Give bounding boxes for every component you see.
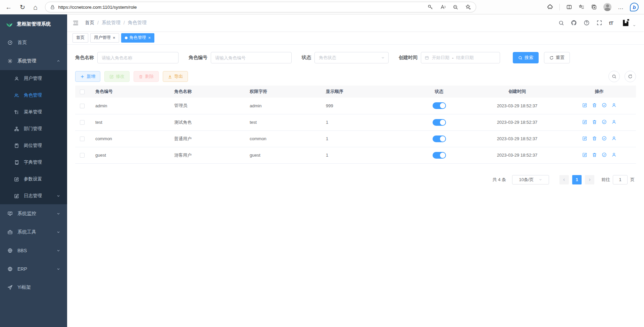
menu-tree-icon xyxy=(14,110,19,115)
browser-more-icon[interactable]: … xyxy=(618,4,624,10)
role-code-input[interactable] xyxy=(211,52,292,63)
assign-user-icon[interactable] xyxy=(611,119,616,124)
goto-page-input[interactable] xyxy=(613,175,628,184)
close-icon[interactable]: × xyxy=(148,36,151,40)
data-scope-icon[interactable] xyxy=(602,136,607,141)
table-header-row: 角色编号 角色名称 权限字符 显示顺序 状态 创建时间 操作 xyxy=(75,86,636,98)
read-aloud-icon[interactable] xyxy=(440,4,446,10)
status-toggle[interactable] xyxy=(433,135,446,142)
delete-row-icon[interactable] xyxy=(592,119,597,124)
add-favorite-star-icon[interactable] xyxy=(465,4,471,10)
status-toggle[interactable] xyxy=(433,119,446,126)
refresh-table-button[interactable] xyxy=(625,71,636,82)
tab-home[interactable]: 首页 xyxy=(72,33,88,43)
header-search-icon[interactable] xyxy=(558,20,564,26)
sidebar-item-erp[interactable]: ERP xyxy=(0,260,67,278)
sidebar-item-menu-mgmt[interactable]: 菜单管理 xyxy=(0,104,67,120)
browser-home-icon[interactable]: ⌂ xyxy=(33,4,38,11)
roles-table: 角色编号 角色名称 权限字符 显示顺序 状态 创建时间 操作 admin 管理员 xyxy=(75,86,636,164)
status-toggle[interactable] xyxy=(433,102,446,109)
add-button[interactable]: 新增 xyxy=(75,71,100,82)
row-checkbox[interactable] xyxy=(80,104,85,108)
close-icon[interactable]: × xyxy=(113,36,115,40)
delete-row-icon[interactable] xyxy=(592,103,597,108)
assign-user-icon[interactable] xyxy=(611,136,616,141)
page-size-select[interactable]: 10条/页 xyxy=(512,175,549,184)
data-scope-icon[interactable] xyxy=(602,119,607,124)
fold-menu-icon[interactable] xyxy=(72,20,79,26)
edit-row-icon[interactable] xyxy=(582,119,587,124)
date-range-picker[interactable]: 开始日期 - 结束日期 xyxy=(421,52,500,63)
tab-role-mgmt[interactable]: 角色管理 × xyxy=(121,33,155,43)
cell-perm-string: test xyxy=(246,114,323,130)
show-search-toggle-button[interactable] xyxy=(608,71,620,82)
select-all-checkbox[interactable] xyxy=(80,90,85,94)
zoom-out-icon[interactable] xyxy=(453,4,458,10)
delete-row-icon[interactable] xyxy=(592,152,597,157)
delete-row-icon[interactable] xyxy=(592,136,597,141)
fullscreen-icon[interactable] xyxy=(596,20,602,26)
sidebar-item-system-monitor[interactable]: 系统监控 xyxy=(0,204,67,223)
text-size-icon[interactable]: tT xyxy=(609,20,613,26)
export-button[interactable]: 导出 xyxy=(163,71,188,82)
assign-user-icon[interactable] xyxy=(611,103,616,108)
sidebar-item-role-mgmt[interactable]: 角色管理 xyxy=(0,87,67,104)
browser-address-bar[interactable]: https://ccnetcore.com:1101/system/role xyxy=(45,2,476,12)
status-select[interactable]: 角色状态 xyxy=(314,52,389,63)
breadcrumb-item-home[interactable]: 首页 xyxy=(85,20,94,26)
url-text: https://ccnetcore.com:1101/system/role xyxy=(58,5,428,10)
gear-icon xyxy=(7,58,13,64)
chevron-down-icon xyxy=(56,194,60,198)
sidebar-item-yi-framework[interactable]: Yi框架 xyxy=(0,278,67,296)
browser-essentials-icon[interactable] xyxy=(547,4,553,10)
next-page-button[interactable] xyxy=(585,175,594,184)
help-question-icon[interactable] xyxy=(584,20,590,26)
row-checkbox[interactable] xyxy=(80,120,85,125)
table-row: admin 管理员 admin 999 2023-03-29 18:52:37 xyxy=(75,98,636,114)
browser-refresh-icon[interactable]: ↻ xyxy=(20,4,25,10)
status-toggle[interactable] xyxy=(433,152,446,159)
favorites-bar-icon[interactable] xyxy=(579,4,585,10)
sidebar-item-dept-mgmt[interactable]: 部门管理 xyxy=(0,120,67,137)
sidebar-item-dict-mgmt[interactable]: 字典管理 xyxy=(0,154,67,171)
assign-user-icon[interactable] xyxy=(611,152,616,157)
reset-button[interactable]: 重置 xyxy=(544,52,570,63)
row-checkbox[interactable] xyxy=(80,153,85,158)
row-checkbox[interactable] xyxy=(80,137,85,141)
browser-chrome: ← ↻ ⌂ https://ccnetcore.com:1101/system/… xyxy=(0,0,644,14)
user-menu[interactable] xyxy=(622,18,636,27)
col-create-time: 创建时间 xyxy=(472,86,562,98)
page-number-1[interactable]: 1 xyxy=(572,175,582,184)
sidebar-item-bbs[interactable]: BBS xyxy=(0,241,67,260)
sidebar-item-post-mgmt[interactable]: 岗位管理 xyxy=(0,137,67,154)
edit-row-icon[interactable] xyxy=(582,136,587,141)
split-screen-icon[interactable] xyxy=(566,4,572,10)
sidebar-item-system-mgmt[interactable]: 系统管理 xyxy=(0,52,67,70)
sidebar-item-user-mgmt[interactable]: 用户管理 xyxy=(0,70,67,87)
sidebar-item-home[interactable]: 首页 xyxy=(0,33,67,52)
sidebar-item-param-settings[interactable]: 参数设置 xyxy=(0,171,67,187)
role-name-input[interactable] xyxy=(97,52,179,63)
tab-user-mgmt[interactable]: 用户管理 × xyxy=(90,33,119,43)
data-scope-icon[interactable] xyxy=(602,103,607,108)
password-key-icon[interactable] xyxy=(428,4,433,10)
modify-button[interactable]: 修改 xyxy=(104,71,130,82)
status-label: 状态 xyxy=(302,55,311,61)
data-scope-icon[interactable] xyxy=(602,152,607,157)
browser-profile-avatar[interactable] xyxy=(603,3,611,11)
chevron-down-icon xyxy=(56,230,60,234)
edit-row-icon[interactable] xyxy=(582,152,587,157)
prev-page-button[interactable] xyxy=(559,175,569,184)
delete-button[interactable]: 删除 xyxy=(134,71,159,82)
sidebar-item-log-mgmt[interactable]: 日志管理 xyxy=(0,187,67,204)
app-logo[interactable]: 意框架管理系统 xyxy=(0,14,67,33)
browser-back-icon[interactable]: ← xyxy=(5,4,12,10)
collections-icon[interactable] xyxy=(591,4,597,10)
range-separator: - xyxy=(452,55,453,60)
edit-row-icon[interactable] xyxy=(582,103,587,108)
sidebar-item-system-tools[interactable]: 系统工具 xyxy=(0,223,67,241)
cell-perm-string: guest xyxy=(246,147,323,163)
search-button[interactable]: 搜索 xyxy=(513,52,539,63)
github-icon[interactable] xyxy=(571,20,577,26)
bing-chat-icon[interactable]: b xyxy=(630,3,639,11)
